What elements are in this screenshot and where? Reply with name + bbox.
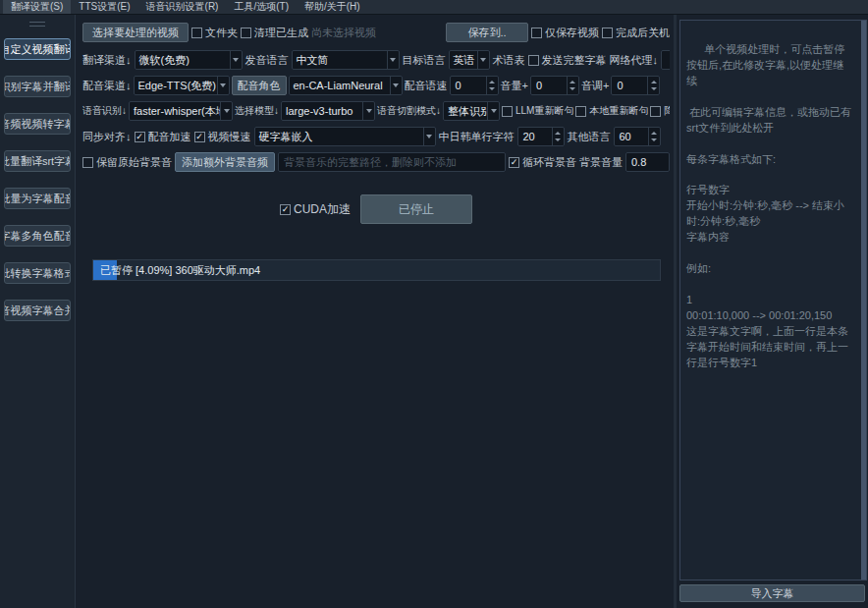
dubbing-rate-spin[interactable]: 0 <box>450 76 499 95</box>
select-video-button[interactable]: 选择要处理的视频 <box>82 23 189 42</box>
sidebar-item-custom-video-translate[interactable]: 自定义视频翻译 <box>4 38 71 60</box>
checkbox-icon <box>82 157 93 168</box>
sidebar-item-multirole-dub[interactable]: 字幕多角色配音 <box>4 225 71 247</box>
sidebar-item-convert-subtitle-format[interactable]: 批转换字幕格式 <box>4 262 71 284</box>
local-resegment-checkbox[interactable]: 本地重新断句 <box>575 104 648 118</box>
progress-bar[interactable]: 已暂停 [4.09%] 360驱动大师.mp4 <box>92 259 661 281</box>
dubbing-channel-label[interactable]: 配音渠道↓ <box>82 79 132 93</box>
spin-down-icon[interactable] <box>489 87 495 90</box>
translate-channel-label[interactable]: 翻译渠道↓ <box>82 53 132 68</box>
progress-text: 已暂停 [4.09%] 360驱动大师.mp4 <box>93 260 660 280</box>
video-slowdown-checkbox[interactable]: 视频慢速 <box>194 130 251 144</box>
spin-down-icon[interactable] <box>555 138 561 141</box>
sidebar-item-batch-translate-srt[interactable]: 批量翻译srt字幕 <box>4 150 71 172</box>
translate-channel-select[interactable]: 微软(免费) <box>135 50 243 70</box>
subtitle-panel: 单个视频处理时，可点击暂停按钮后,在此修改字幕,以便处理继续 在此可编辑字幕信息… <box>677 15 868 608</box>
save-to-button[interactable]: 保存到.. <box>446 23 528 42</box>
recognition-engine-select[interactable]: faster-whisper(本地) <box>129 101 233 121</box>
sidebar-item-recognize-translate[interactable]: 识别字幕并翻译 <box>4 76 71 97</box>
menu-help-about[interactable]: 帮助/关于(H) <box>297 0 368 14</box>
chevron-down-icon <box>362 102 374 120</box>
cuda-checkbox[interactable]: CUDA加速 <box>280 201 351 218</box>
source-language-label: 发音语言 <box>245 53 289 68</box>
spin-up-icon[interactable] <box>489 81 495 83</box>
stop-button[interactable]: 已停止 <box>360 194 472 224</box>
clean-generated-checkbox[interactable]: 清理已生成 <box>241 26 308 40</box>
sidebar-item-av-to-subtitle[interactable]: 音频视频转字幕 <box>4 113 71 135</box>
dubbing-role-select[interactable]: en-CA-LiamNeural <box>289 76 403 95</box>
target-language-select[interactable]: 英语 <box>449 50 490 70</box>
chevron-down-icon <box>230 51 242 69</box>
spin-down-icon[interactable] <box>651 87 657 90</box>
menu-tools-options[interactable]: 工具/选项(T) <box>226 0 297 14</box>
loop-bg-audio-checkbox[interactable]: 循环背景音 <box>509 155 576 170</box>
import-subtitle-button[interactable]: 导入字幕 <box>679 584 865 602</box>
shutdown-after-checkbox[interactable]: 完成后关机 <box>602 26 670 40</box>
spin-down-icon[interactable] <box>570 87 575 90</box>
network-proxy-label[interactable]: 网络代理↓ <box>610 53 659 68</box>
menu-translate-settings[interactable]: 翻译设置(S) <box>3 0 71 14</box>
cjk-line-chars-label: 中日韩单行字符 <box>439 130 515 144</box>
dubbing-channel-select[interactable]: Edge-TTS(免费) <box>134 76 230 95</box>
menu-bar: 翻译设置(S) TTS设置(E) 语音识别设置(R) 工具/选项(T) 帮助/关… <box>0 0 868 15</box>
bg-volume-label: 背景音量 <box>579 155 623 170</box>
dubbing-row: 配音渠道↓ Edge-TTS(免费) 配音角色 en-CA-LiamNeural… <box>82 76 670 95</box>
toolbar-drag-handle-icon[interactable] <box>29 22 45 27</box>
model-label[interactable]: 选择模型↓ <box>235 104 279 118</box>
split-mode-label[interactable]: 语音切割模式↓ <box>377 104 441 118</box>
glossary-link[interactable]: 术语表 <box>493 53 525 68</box>
sidebar-item-batch-dub-subtitle[interactable]: 批量为字幕配音 <box>4 188 71 209</box>
checkbox-checked-icon <box>509 157 519 168</box>
dubbing-role-button[interactable]: 配音角色 <box>232 76 287 95</box>
keep-original-bg-checkbox[interactable]: 保留原始背景音 <box>82 155 172 170</box>
checkbox-icon <box>528 55 539 66</box>
left-toolbar: 自定义视频翻译 识别字幕并翻译 音频视频转字幕 批量翻译srt字幕 批量为字幕配… <box>0 15 76 608</box>
llm-resegment-checkbox[interactable]: LLM重新断句 <box>502 104 573 118</box>
chevron-down-icon <box>387 51 399 69</box>
folder-checkbox[interactable]: 文件夹 <box>191 26 238 40</box>
denoise-checkbox[interactable]: 降噪 <box>650 104 670 118</box>
checkbox-checked-icon <box>280 204 291 215</box>
bg-volume-input[interactable]: 0.8 <box>625 152 670 172</box>
scrollbar[interactable] <box>861 21 866 580</box>
model-select[interactable]: large-v3-turbo <box>281 101 375 121</box>
subtitle-embed-mode-select[interactable]: 硬字幕嵌入 <box>254 127 436 146</box>
menu-tts-settings[interactable]: TTS设置(E) <box>71 0 137 14</box>
save-video-only-checkbox[interactable]: 仅保存视频 <box>531 26 599 40</box>
add-extra-bg-audio-button[interactable]: 添加额外背景音频 <box>175 152 275 172</box>
split-mode-select[interactable]: 整体识别 <box>443 101 500 121</box>
spin-up-icon[interactable] <box>651 132 657 135</box>
chevron-down-icon <box>390 77 402 94</box>
sync-align-label[interactable]: 同步对齐↓ <box>82 130 132 144</box>
network-proxy-input[interactable] <box>661 50 670 70</box>
run-row: CUDA加速 已停止 <box>82 194 670 224</box>
dub-speedup-checkbox[interactable]: 配音加速 <box>135 130 191 144</box>
spin-up-icon[interactable] <box>570 81 575 83</box>
checkbox-icon <box>502 106 513 117</box>
chevron-down-icon <box>477 51 489 69</box>
source-language-select[interactable]: 中文简 <box>292 50 400 70</box>
chevron-down-icon <box>220 102 232 120</box>
menu-speech-recognition-settings[interactable]: 语音识别设置(R) <box>138 0 227 14</box>
checkbox-icon <box>650 106 661 117</box>
main-panel: 选择要处理的视频 文件夹 清理已生成 尚未选择视频 保存到.. 仅保存视频 完成… <box>77 15 674 608</box>
spin-up-icon[interactable] <box>555 132 561 135</box>
checkbox-checked-icon <box>135 132 145 142</box>
checkbox-icon <box>575 106 586 117</box>
spin-up-icon[interactable] <box>651 81 657 83</box>
other-language-chars-spin[interactable]: 60 <box>614 127 661 146</box>
volume-spin[interactable]: 0 <box>530 76 579 95</box>
pitch-label: 音调+ <box>581 79 609 93</box>
chevron-down-icon <box>487 102 499 120</box>
subtitle-editor-textarea[interactable]: 单个视频处理时，可点击暂停按钮后,在此修改字幕,以便处理继续 在此可编辑字幕信息… <box>679 20 867 580</box>
cjk-line-chars-spin[interactable]: 20 <box>517 127 565 146</box>
align-row: 同步对齐↓ 配音加速 视频慢速 硬字幕嵌入 中日韩单行字符 20 其他语言 60 <box>82 127 670 146</box>
checkbox-icon <box>602 28 613 38</box>
dubbing-rate-label: 配音语速 <box>405 79 448 93</box>
speech-recognition-label[interactable]: 语音识别↓ <box>82 104 127 118</box>
sidebar-item-av-subtitle-merge[interactable]: 音视频字幕合并 <box>4 300 71 321</box>
send-full-subtitle-checkbox[interactable]: 发送完整字幕 <box>528 53 607 68</box>
pitch-spin[interactable]: 0 <box>611 76 660 95</box>
spin-down-icon[interactable] <box>651 138 657 141</box>
bg-music-path-input[interactable]: 背景音乐的完整路径，删除则不添加 <box>278 152 506 172</box>
